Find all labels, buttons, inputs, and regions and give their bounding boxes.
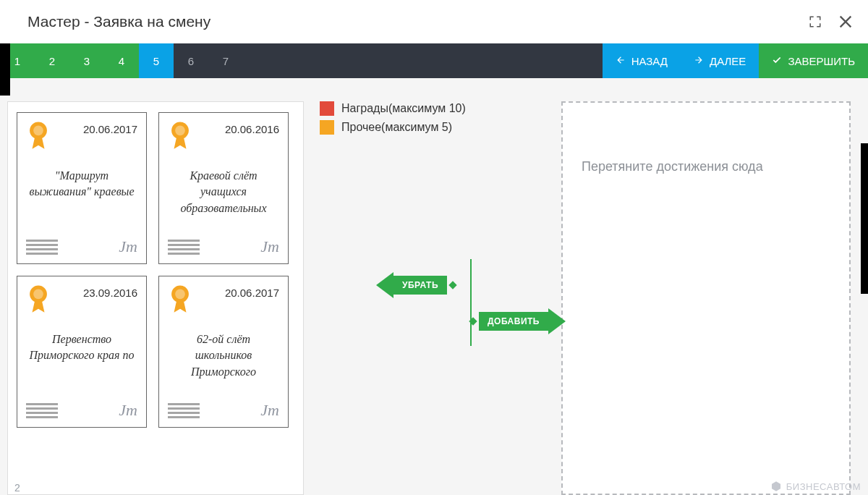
add-label: ДОБАВИТЬ xyxy=(479,312,548,331)
brand-label: БизнесАвтом xyxy=(770,481,861,492)
certificate-card[interactable]: 23.09.2016 Первенство Приморского края п… xyxy=(17,276,147,428)
next-button[interactable]: ДАЛЕЕ xyxy=(681,43,759,78)
decorative-strip xyxy=(0,43,10,78)
step-7[interactable]: 7 xyxy=(208,43,243,78)
text-lines-icon xyxy=(168,403,200,418)
text-lines-icon xyxy=(168,240,200,255)
step-4[interactable]: 4 xyxy=(104,43,139,78)
certificate-title: 62-ой слёт школьников Приморского xyxy=(168,331,279,401)
legend-swatch-awards xyxy=(320,101,334,116)
source-panel: 20.06.2017 "Маршрут выживания" краевые J… xyxy=(7,101,304,495)
svg-point-5 xyxy=(33,289,43,300)
legend-label-awards: Награды(максимум 10) xyxy=(341,102,466,115)
text-lines-icon xyxy=(26,240,58,255)
certificate-title: "Маршрут выживания" краевые xyxy=(26,168,137,237)
award-badge-icon xyxy=(168,284,192,318)
diamond-icon xyxy=(448,281,456,289)
certificate-date: 20.06.2017 xyxy=(225,287,279,299)
legend-swatch-other xyxy=(320,120,334,135)
certificate-card[interactable]: 20.06.2017 "Маршрут выживания" краевые J… xyxy=(17,112,147,264)
arrow-left-icon xyxy=(376,272,393,298)
next-label: ДАЛЕЕ xyxy=(710,55,746,67)
certificate-title: Первенство Приморского края по xyxy=(26,331,137,401)
award-badge-icon xyxy=(168,120,192,155)
dropzone[interactable]: Перетяните достижения сюда xyxy=(561,101,851,495)
arrow-right-icon xyxy=(694,55,704,67)
arrow-right-icon xyxy=(548,308,566,334)
back-button[interactable]: НАЗАД xyxy=(603,43,681,78)
step-5[interactable]: 5 xyxy=(139,43,174,78)
remove-button[interactable]: УБРАТЬ xyxy=(376,272,456,298)
diamond-icon xyxy=(469,317,477,325)
step-6[interactable]: 6 xyxy=(174,43,208,78)
signature-icon: Jm xyxy=(260,401,279,420)
certificate-card[interactable]: 20.06.2016 Краевой слёт учащихся образов… xyxy=(158,112,289,264)
signature-icon: Jm xyxy=(260,237,279,256)
award-badge-icon xyxy=(26,284,51,318)
page-title: Мастер - Заявка на смену xyxy=(27,13,210,30)
page-number: 2 xyxy=(14,482,20,494)
signature-icon: Jm xyxy=(119,401,137,420)
signature-icon: Jm xyxy=(119,237,137,256)
legend: Награды(максимум 10) Прочее(максимум 5) xyxy=(317,101,548,139)
brand-icon xyxy=(770,481,782,492)
svg-point-1 xyxy=(33,126,43,136)
award-badge-icon xyxy=(26,120,51,155)
step-3[interactable]: 3 xyxy=(69,43,104,78)
header: Мастер - Заявка на смену xyxy=(0,0,868,43)
finish-button[interactable]: ЗАВЕРШИТЬ xyxy=(759,43,868,78)
dropzone-placeholder: Перетяните достижения сюда xyxy=(577,159,835,174)
transfer-controls: Награды(максимум 10) Прочее(максимум 5) … xyxy=(317,101,548,495)
certificate-date: 20.06.2016 xyxy=(225,123,279,135)
svg-point-3 xyxy=(175,126,185,136)
certificate-title: Краевой слёт учащихся образовательных xyxy=(168,168,279,237)
finish-label: ЗАВЕРШИТЬ xyxy=(788,55,855,67)
arrow-left-icon xyxy=(616,55,626,67)
check-icon xyxy=(772,55,782,67)
add-button[interactable]: ДОБАВИТЬ xyxy=(470,308,566,334)
step-2[interactable]: 2 xyxy=(35,43,69,78)
remove-label: УБРАТЬ xyxy=(393,276,447,295)
close-icon[interactable] xyxy=(838,14,854,30)
fullscreen-icon[interactable] xyxy=(809,15,822,28)
text-lines-icon xyxy=(26,403,58,418)
step-bar: 1 2 3 4 5 6 7 НАЗАД ДАЛЕЕ ЗАВЕРШИТЬ xyxy=(0,43,868,78)
decorative-strip xyxy=(0,78,10,96)
back-label: НАЗАД xyxy=(631,55,668,67)
certificate-card[interactable]: 20.06.2017 62-ой слёт школьников Приморс… xyxy=(158,276,289,428)
certificate-date: 23.09.2016 xyxy=(83,287,137,299)
certificate-date: 20.06.2017 xyxy=(83,123,137,135)
legend-label-other: Прочее(максимум 5) xyxy=(341,121,452,134)
svg-point-7 xyxy=(175,289,185,300)
